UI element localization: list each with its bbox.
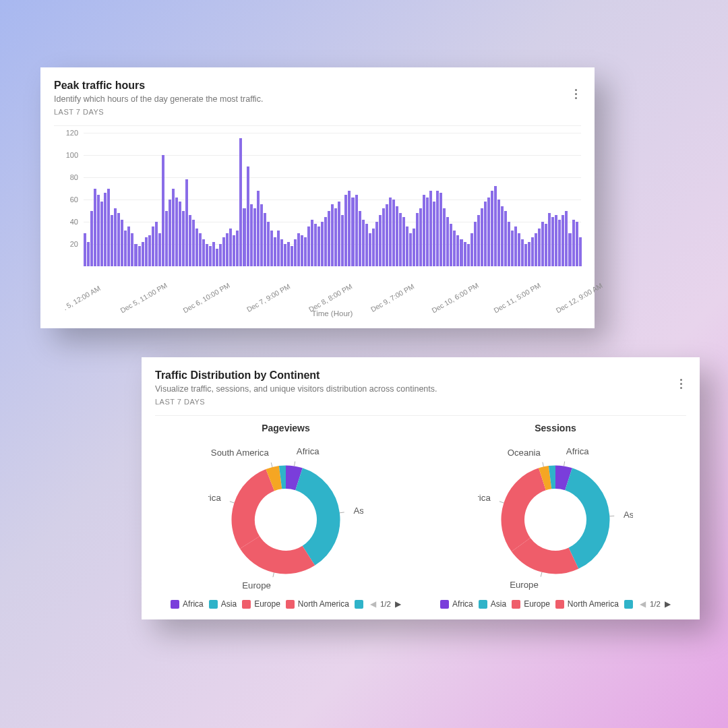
bar[interactable] — [304, 237, 307, 266]
legend-africa[interactable]: Africa — [171, 599, 204, 609]
bar[interactable] — [338, 202, 340, 266]
pager-next-2[interactable]: ▶ — [665, 599, 671, 609]
bar[interactable] — [243, 208, 245, 266]
bar[interactable] — [518, 233, 520, 267]
bar[interactable] — [402, 217, 405, 266]
bar[interactable] — [321, 222, 324, 266]
bar[interactable] — [199, 233, 202, 267]
bar[interactable] — [436, 191, 439, 266]
bar[interactable] — [362, 220, 365, 266]
bar[interactable] — [165, 211, 168, 267]
bar[interactable] — [484, 202, 487, 266]
bar[interactable] — [124, 231, 127, 266]
bar[interactable] — [396, 206, 398, 266]
donut-slice[interactable] — [270, 477, 280, 480]
legend-asia[interactable]: Asia — [209, 599, 237, 609]
bar[interactable] — [195, 229, 198, 266]
bar[interactable] — [511, 231, 514, 266]
bar[interactable] — [111, 215, 113, 266]
bar[interactable] — [264, 213, 266, 266]
bar[interactable] — [456, 235, 459, 266]
bar[interactable] — [467, 244, 470, 266]
bar[interactable] — [386, 204, 388, 266]
bar[interactable] — [152, 226, 154, 266]
donut-slice[interactable] — [513, 479, 543, 545]
bar[interactable] — [504, 211, 507, 267]
bar[interactable] — [114, 208, 117, 266]
bar[interactable] — [247, 166, 249, 267]
bar[interactable] — [524, 244, 527, 266]
bar[interactable] — [90, 211, 93, 267]
bar[interactable] — [134, 244, 137, 266]
bar[interactable] — [250, 204, 253, 266]
bar[interactable] — [429, 191, 432, 266]
bar[interactable] — [209, 246, 212, 266]
bar[interactable] — [226, 233, 229, 267]
bar[interactable] — [450, 224, 452, 266]
bar[interactable] — [206, 244, 208, 266]
bar[interactable] — [446, 217, 449, 266]
legend-extra[interactable] — [355, 600, 363, 609]
bar[interactable] — [182, 211, 185, 267]
bar[interactable] — [121, 220, 123, 266]
bar[interactable] — [528, 242, 530, 266]
bar[interactable] — [100, 202, 103, 266]
bar[interactable] — [175, 198, 178, 266]
bar[interactable] — [443, 208, 446, 266]
bar[interactable] — [84, 233, 86, 267]
bar[interactable] — [453, 231, 456, 266]
bar[interactable] — [508, 222, 510, 266]
card1-more-menu[interactable] — [571, 85, 581, 103]
bar[interactable] — [568, 233, 571, 267]
bar[interactable] — [97, 195, 100, 266]
bar[interactable] — [229, 229, 232, 266]
bar[interactable] — [222, 237, 225, 266]
bar[interactable] — [344, 195, 347, 266]
bar[interactable] — [535, 233, 537, 267]
bar[interactable] — [307, 226, 310, 266]
legend-europe-2[interactable]: Europe — [512, 599, 550, 609]
bar[interactable] — [348, 191, 351, 266]
bar[interactable] — [138, 246, 141, 266]
bar[interactable] — [551, 217, 554, 266]
legend-north-america[interactable]: North America — [286, 599, 349, 609]
donut-slice[interactable] — [286, 477, 299, 479]
bar[interactable] — [382, 208, 385, 266]
legend-asia-2[interactable]: Asia — [479, 599, 506, 609]
donut-slice[interactable] — [250, 543, 309, 562]
bar[interactable] — [311, 220, 313, 266]
bar[interactable] — [331, 204, 334, 266]
bar[interactable] — [481, 208, 483, 266]
legend-north-america-2[interactable]: North America — [555, 599, 619, 609]
bar[interactable] — [541, 222, 544, 266]
bar[interactable] — [426, 198, 429, 266]
pager-prev-2[interactable]: ◀ — [640, 599, 646, 609]
bar[interactable] — [324, 217, 327, 266]
bar[interactable] — [460, 239, 462, 266]
bar[interactable] — [142, 242, 144, 266]
bar[interactable] — [202, 239, 205, 266]
bar[interactable] — [369, 233, 371, 267]
bar[interactable] — [270, 231, 273, 266]
bar[interactable] — [399, 213, 402, 266]
bar[interactable] — [477, 215, 480, 266]
bar[interactable] — [501, 206, 504, 266]
bar[interactable] — [257, 191, 260, 266]
bar[interactable] — [216, 249, 218, 266]
bar[interactable] — [341, 215, 344, 266]
bar[interactable] — [328, 211, 330, 267]
bar[interactable] — [117, 213, 120, 266]
bar[interactable] — [572, 220, 575, 266]
bar[interactable] — [280, 239, 283, 266]
donut-slice[interactable] — [569, 479, 599, 558]
bar[interactable] — [355, 195, 358, 266]
bar[interactable] — [155, 222, 158, 266]
bar[interactable] — [579, 237, 582, 266]
bar[interactable] — [212, 242, 215, 266]
pager-next[interactable]: ▶ — [395, 599, 401, 609]
legend-europe[interactable]: Europe — [242, 599, 280, 609]
bar[interactable] — [284, 244, 286, 266]
bar[interactable] — [301, 235, 303, 266]
bar[interactable] — [359, 211, 361, 267]
bar[interactable] — [375, 222, 378, 266]
